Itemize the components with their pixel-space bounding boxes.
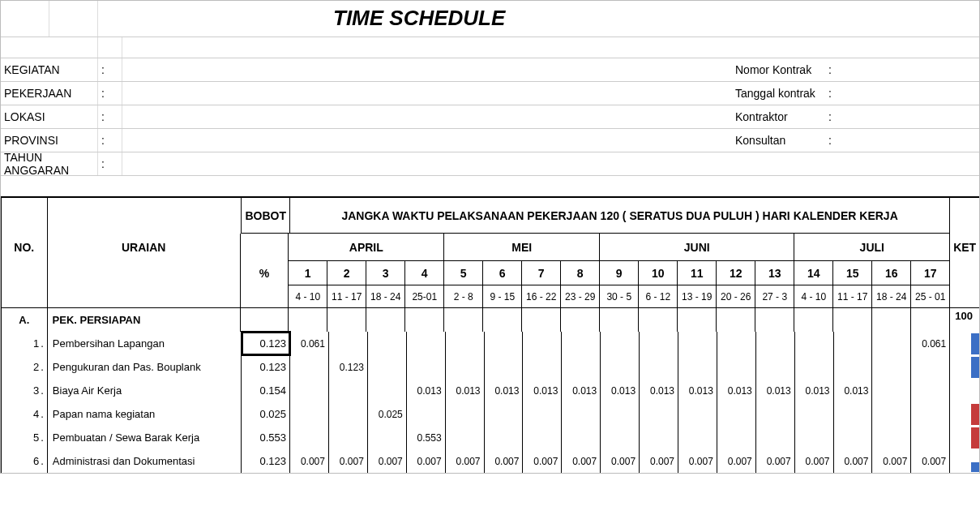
week-cell[interactable] xyxy=(756,355,795,379)
row-number[interactable]: 3. xyxy=(1,379,48,402)
cell[interactable] xyxy=(522,308,561,332)
week-cell[interactable] xyxy=(407,402,446,426)
week-cell[interactable]: 0.007 xyxy=(523,449,562,473)
row-number[interactable]: 1. xyxy=(1,332,48,355)
week-cell[interactable] xyxy=(329,379,368,402)
ket-cell[interactable] xyxy=(950,402,979,426)
week-cell[interactable] xyxy=(601,426,640,449)
week-cell[interactable] xyxy=(523,332,562,355)
week-cell[interactable] xyxy=(601,355,640,379)
week-cell[interactable] xyxy=(640,402,678,426)
row-uraian[interactable]: Pembuatan / Sewa Barak Kerja xyxy=(48,426,242,449)
week-cell[interactable]: 0.013 xyxy=(601,379,640,402)
week-cell[interactable] xyxy=(640,426,678,449)
week-cell[interactable] xyxy=(717,332,756,355)
week-cell[interactable] xyxy=(872,355,911,379)
week-cell[interactable] xyxy=(795,332,834,355)
week-cell[interactable] xyxy=(717,355,756,379)
week-cell[interactable]: 0.061 xyxy=(290,332,329,355)
spreadsheet[interactable]: TIME SCHEDULE KEGIATAN:Nomor Kontrak:PEK… xyxy=(0,0,980,474)
week-cell[interactable]: 0.007 xyxy=(446,449,485,473)
week-cell[interactable] xyxy=(601,332,640,355)
week-cell[interactable]: 0.013 xyxy=(562,379,601,402)
cell[interactable] xyxy=(755,308,794,332)
week-cell[interactable] xyxy=(872,426,911,449)
week-cell[interactable] xyxy=(872,379,911,402)
week-cell[interactable]: 0.007 xyxy=(911,449,950,473)
cell[interactable] xyxy=(600,308,639,332)
week-cell[interactable] xyxy=(368,355,407,379)
week-cell[interactable]: 0.013 xyxy=(795,379,834,402)
week-cell[interactable]: 0.553 xyxy=(407,426,446,449)
cell[interactable] xyxy=(717,308,755,332)
week-cell[interactable] xyxy=(640,355,678,379)
cell[interactable] xyxy=(678,308,717,332)
week-cell[interactable] xyxy=(523,355,562,379)
row-bobot[interactable]: 0.553 xyxy=(242,426,290,449)
week-cell[interactable]: 0.013 xyxy=(834,379,873,402)
week-cell[interactable]: 0.013 xyxy=(407,379,446,402)
week-cell[interactable] xyxy=(834,402,873,426)
row-bobot[interactable]: 0.123 xyxy=(242,355,290,379)
week-cell[interactable]: 0.007 xyxy=(601,449,640,473)
week-cell[interactable] xyxy=(911,379,950,402)
week-cell[interactable] xyxy=(756,402,795,426)
week-cell[interactable] xyxy=(678,402,717,426)
week-cell[interactable]: 0.025 xyxy=(368,402,407,426)
week-cell[interactable] xyxy=(290,379,329,402)
row-number[interactable]: 4. xyxy=(1,402,48,426)
week-cell[interactable]: 0.007 xyxy=(640,449,678,473)
row-bobot[interactable]: 0.025 xyxy=(242,402,290,426)
cell[interactable] xyxy=(483,308,522,332)
week-cell[interactable] xyxy=(562,426,601,449)
ket-cell[interactable] xyxy=(950,355,979,379)
week-cell[interactable]: 0.007 xyxy=(872,449,911,473)
ket-cell[interactable] xyxy=(950,426,979,449)
week-cell[interactable]: 0.061 xyxy=(911,332,950,355)
week-cell[interactable] xyxy=(678,355,717,379)
row-uraian[interactable]: Administrasi dan Dokumentasi xyxy=(48,449,242,473)
ket-cell[interactable] xyxy=(950,332,979,355)
week-cell[interactable] xyxy=(717,402,756,426)
week-cell[interactable] xyxy=(368,379,407,402)
week-cell[interactable]: 0.007 xyxy=(562,449,601,473)
ket-cell[interactable] xyxy=(950,379,979,402)
week-cell[interactable]: 0.013 xyxy=(756,379,795,402)
week-cell[interactable] xyxy=(485,402,524,426)
cell[interactable] xyxy=(561,308,600,332)
week-cell[interactable]: 0.007 xyxy=(329,449,368,473)
week-cell[interactable] xyxy=(562,402,601,426)
week-cell[interactable] xyxy=(756,332,795,355)
week-cell[interactable]: 0.007 xyxy=(678,449,717,473)
row-number[interactable]: 2. xyxy=(1,355,48,379)
week-cell[interactable] xyxy=(795,355,834,379)
week-cell[interactable] xyxy=(485,426,524,449)
week-cell[interactable] xyxy=(523,402,562,426)
week-cell[interactable] xyxy=(446,402,485,426)
week-cell[interactable]: 0.013 xyxy=(717,379,756,402)
week-cell[interactable] xyxy=(834,332,873,355)
cell[interactable] xyxy=(794,308,833,332)
row-uraian[interactable]: Biaya Air Kerja xyxy=(48,379,242,402)
row-bobot[interactable]: 0.123 xyxy=(242,332,290,355)
row-number[interactable]: 5. xyxy=(1,426,48,449)
cell[interactable] xyxy=(289,308,327,332)
week-cell[interactable] xyxy=(368,426,407,449)
cell[interactable] xyxy=(833,308,872,332)
week-cell[interactable]: 0.013 xyxy=(446,379,485,402)
week-cell[interactable] xyxy=(562,332,601,355)
week-cell[interactable] xyxy=(911,355,950,379)
week-cell[interactable] xyxy=(407,332,446,355)
week-cell[interactable]: 0.007 xyxy=(407,449,446,473)
week-cell[interactable] xyxy=(368,332,407,355)
week-cell[interactable] xyxy=(601,402,640,426)
week-cell[interactable] xyxy=(872,332,911,355)
week-cell[interactable]: 0.007 xyxy=(834,449,873,473)
week-cell[interactable] xyxy=(678,332,717,355)
week-cell[interactable] xyxy=(795,402,834,426)
week-cell[interactable] xyxy=(834,426,873,449)
row-uraian[interactable]: Pengukuran dan Pas. Bouplank xyxy=(48,355,242,379)
cell[interactable] xyxy=(444,308,483,332)
cell[interactable] xyxy=(639,308,678,332)
week-cell[interactable] xyxy=(329,426,368,449)
